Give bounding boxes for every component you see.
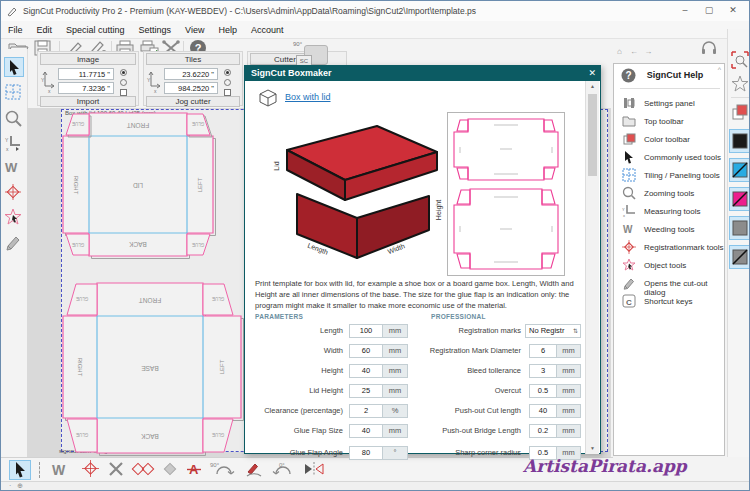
select-tool-icon[interactable]	[4, 57, 24, 77]
base-template[interactable]: FRONT BASE BACK RIGHT LEFT GLUE GLUE GLU…	[63, 283, 244, 456]
image-radio-2[interactable]	[120, 79, 127, 86]
menu-special-cutting[interactable]: Special cutting	[59, 25, 132, 35]
param-unit: mm	[556, 404, 581, 418]
object-star-icon[interactable]	[731, 75, 749, 93]
param-value-field[interactable]: 0.2	[529, 424, 557, 438]
param-value-field[interactable]: 40	[529, 404, 557, 418]
duplicate-marks-icon[interactable]	[131, 460, 153, 480]
registration-marks-select[interactable]: No Registr ⇅	[525, 324, 581, 338]
scroll-down-icon[interactable]: ▼	[586, 443, 599, 454]
param-value-field[interactable]: 40	[349, 424, 383, 438]
menu-edit[interactable]: Edit	[30, 25, 60, 35]
svg-text:GLUE: GLUE	[72, 121, 84, 126]
rotate-0-icon[interactable]: 0°	[271, 460, 297, 480]
param-value-field[interactable]: 100	[349, 324, 383, 338]
select-tool-icon[interactable]	[9, 460, 31, 480]
app-window: SignCut Productivity Pro 2 - Premium (KA…	[0, 0, 750, 491]
image-radio-1[interactable]	[120, 69, 127, 76]
image-lock-checkbox[interactable]	[120, 89, 127, 96]
menu-file[interactable]: File	[1, 25, 30, 35]
color-layers-icon[interactable]	[731, 103, 749, 121]
tiles-radio-1[interactable]	[224, 69, 231, 76]
help-item[interactable]: Tiling / Paneling tools	[614, 168, 724, 183]
delete-icon[interactable]	[107, 460, 129, 480]
back-icon[interactable]: ←	[630, 47, 638, 56]
svg-text:GLUE: GLUE	[72, 242, 84, 247]
help-scroll-up-icon[interactable]: ^	[718, 66, 721, 73]
home-icon[interactable]: ⌂	[617, 47, 622, 56]
registration-mark-tool-icon[interactable]	[4, 183, 24, 203]
lid-template[interactable]: FRONT LID BACK RIGHT LEFT GLUE GLUE GLUE…	[63, 113, 216, 259]
swatch-gray-cutline[interactable]	[729, 245, 750, 269]
scroll-up-icon[interactable]: ▲	[586, 81, 599, 92]
scrollbar-thumb[interactable]	[588, 94, 597, 176]
help-item[interactable]: Yx Measuring tools	[614, 204, 724, 219]
swatch-blue-cutline[interactable]	[729, 158, 750, 182]
import-button[interactable]: Import	[40, 96, 136, 107]
param-value-field[interactable]: 0.5	[529, 384, 557, 398]
zoom-selection-icon[interactable]	[731, 51, 749, 69]
param-unit: mm	[382, 384, 408, 398]
svg-text:GLUE: GLUE	[192, 121, 204, 126]
tiles-lock-checkbox[interactable]	[224, 89, 231, 96]
image-width-field[interactable]: 11.7715 "	[58, 68, 114, 80]
swatch-magenta-cutline[interactable]	[729, 187, 750, 211]
param-value-field[interactable]: 40	[349, 364, 383, 378]
tiling-grid-icon	[622, 168, 636, 182]
close-button[interactable]: ✕	[721, 1, 745, 19]
dialog-titlebar[interactable]: SignCut Boxmaker	[245, 66, 600, 81]
param-value-field[interactable]: 2	[349, 404, 383, 418]
divider	[620, 88, 720, 89]
tiles-width-field[interactable]: 23.6220 "	[164, 68, 218, 80]
tiling-tool-icon[interactable]	[4, 83, 24, 103]
object-tool-icon[interactable]	[4, 208, 24, 228]
param-unit: mm	[556, 364, 581, 378]
registration-mark-tool-icon[interactable]	[81, 460, 103, 480]
tiles-radio-2[interactable]	[224, 79, 231, 86]
help-item[interactable]: Color toolbar	[614, 132, 724, 147]
svg-text:Height: Height	[435, 200, 443, 220]
minimize-button[interactable]: –	[673, 1, 697, 19]
help-item[interactable]: W Weeding tools	[614, 222, 724, 237]
menu-view[interactable]: View	[178, 25, 211, 35]
text-strike-icon[interactable]: A	[185, 460, 207, 480]
help-item[interactable]: Object tools	[614, 258, 724, 273]
help-item[interactable]: Commonly used tools	[614, 150, 724, 165]
weeding-icon: W	[622, 222, 636, 236]
menu-account[interactable]: Account	[244, 25, 291, 35]
jog-cutter-button[interactable]: Jog cutter	[146, 96, 240, 107]
rotate-pen-icon[interactable]	[243, 460, 265, 480]
weeding-tool-icon[interactable]: W	[51, 460, 73, 480]
rotate-90-icon[interactable]: 90°	[209, 460, 237, 480]
measure-tool-icon[interactable]: Yx	[4, 134, 24, 154]
mirror-icon[interactable]	[301, 460, 327, 480]
menu-help[interactable]: Help	[211, 25, 244, 35]
weeding-tool-icon[interactable]: W	[4, 158, 24, 178]
spinner-icon[interactable]: ⇅	[573, 325, 578, 337]
swatch-gray-fill[interactable]	[729, 216, 750, 240]
param-value-field[interactable]: 60	[349, 344, 383, 358]
maximize-button[interactable]: ▢	[697, 1, 721, 19]
window-title: SignCut Productivity Pro 2 - Premium (KA…	[23, 6, 476, 16]
box-with-lid-link[interactable]: Box with lid	[285, 92, 331, 102]
help-item[interactable]: Top toolbar	[614, 114, 724, 129]
zoom-tool-icon[interactable]	[4, 109, 24, 129]
status-plus-icon: ⊕	[17, 482, 23, 489]
help-item[interactable]: Settings panel	[614, 96, 724, 111]
dialog-scrollbar[interactable]: ▲ ▼	[585, 81, 599, 454]
cutout-pen-tool-icon[interactable]	[4, 233, 24, 253]
help-item[interactable]: Opens the cut-out dialog	[614, 276, 724, 291]
param-value-field[interactable]: 3	[529, 364, 557, 378]
forward-icon[interactable]: →	[644, 47, 652, 56]
param-value-field[interactable]: 80	[349, 446, 383, 460]
menu-settings[interactable]: Settings	[132, 25, 179, 35]
tiles-height-field[interactable]: 984.2520 "	[164, 82, 218, 94]
image-height-field[interactable]: 7.3236 "	[58, 82, 114, 94]
help-item[interactable]: Zooming tools	[614, 186, 724, 201]
param-value-field[interactable]: 6	[529, 344, 557, 358]
dialog-close-icon[interactable]: ✕	[588, 66, 596, 81]
param-value-field[interactable]: 25	[349, 384, 383, 398]
help-item[interactable]: C Shortcut keys	[614, 294, 724, 309]
help-item[interactable]: Registrationmark tools	[614, 240, 724, 255]
swatch-fill-black[interactable]	[729, 129, 750, 153]
